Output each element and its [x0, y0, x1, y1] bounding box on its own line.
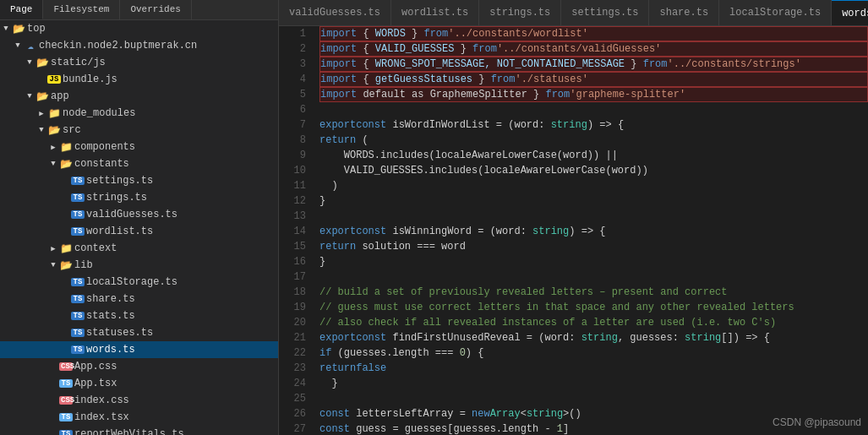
- tab-label: localStorage.ts: [729, 7, 821, 19]
- tree-item-label: statuses.ts: [85, 327, 153, 339]
- tree-file-icon: 📂: [47, 124, 61, 137]
- code-area[interactable]: import { WORDS } from '../constants/word…: [313, 26, 868, 435]
- tree-arrow-icon: ▼: [47, 160, 59, 168]
- tab-label: validGuesses.ts: [289, 7, 380, 19]
- tree-item-lib[interactable]: ▼📂lib: [0, 257, 278, 274]
- tree-file-icon: TS: [71, 329, 85, 337]
- tree-item-constants[interactable]: ▼📂constants: [0, 155, 278, 172]
- tree-arrow-icon: ▼: [35, 126, 47, 134]
- tree-item-settings-ts[interactable]: TSsettings.ts: [0, 172, 278, 189]
- tree-file-icon: TS: [59, 430, 73, 435]
- tab-label: wordlist.ts: [401, 7, 468, 19]
- code-line: return (: [319, 133, 868, 148]
- code-line: [319, 209, 868, 224]
- tab-overrides[interactable]: Overrides: [120, 0, 191, 19]
- tab-label: share.ts: [659, 7, 708, 19]
- editor-body: 1234567891011121314151617181920212223242…: [279, 26, 868, 435]
- tree-item-label: checkin.node2.buptmerak.cn: [37, 40, 197, 52]
- tree-item-bundle-js[interactable]: JSbundle.js: [0, 71, 278, 88]
- line-number: 22: [279, 345, 306, 361]
- tree-item-label: bundle.js: [61, 73, 117, 85]
- code-line: // guess must use correct letters in tha…: [319, 300, 868, 315]
- code-line: import { getGuessStatuses } from './stat…: [319, 72, 868, 87]
- tree-item-label: words.ts: [85, 344, 135, 356]
- code-line: // also check if all revealed instances …: [319, 315, 868, 330]
- line-number: 25: [279, 391, 306, 406]
- line-number: 18: [279, 285, 306, 300]
- tree-item-label: top: [25, 23, 46, 35]
- tree-item-words-ts[interactable]: TSwords.ts: [0, 341, 278, 358]
- code-line: [319, 269, 868, 285]
- editor-tab-share-ts[interactable]: share.ts: [649, 0, 719, 25]
- line-number: 15: [279, 239, 306, 254]
- line-number: 5: [279, 87, 306, 102]
- code-line: VALID_GUESSES.includes(localeAwareLowerC…: [319, 163, 868, 178]
- tree-item-top[interactable]: ▼📂top: [0, 20, 278, 37]
- editor-tab-validGuesses-ts[interactable]: validGuesses.ts: [279, 0, 391, 25]
- tab-filesystem[interactable]: Filesystem: [43, 0, 120, 19]
- tree-item-App-css[interactable]: CSSApp.css: [0, 358, 278, 375]
- tree-item-share-ts[interactable]: TSshare.ts: [0, 291, 278, 307]
- tree-item-stats-ts[interactable]: TSstats.ts: [0, 307, 278, 324]
- editor-tab-settings-ts[interactable]: settings.ts: [561, 0, 649, 25]
- tree-file-icon: TS: [71, 295, 85, 303]
- tree-item-validGuesses-ts[interactable]: TSvalidGuesses.ts: [0, 206, 278, 223]
- code-line: export const isWordInWordList = (word: s…: [319, 117, 868, 133]
- editor-tab-words-ts[interactable]: words.ts×: [832, 0, 868, 25]
- tree-item-App-tsx[interactable]: TSApp.tsx: [0, 375, 278, 392]
- line-number: 8: [279, 133, 306, 148]
- tree-item-label: constants: [73, 158, 129, 170]
- tree-item-app[interactable]: ▼📂app: [0, 88, 278, 105]
- editor-tab-localStorage-ts[interactable]: localStorage.ts: [719, 0, 832, 25]
- tree-item-static-js[interactable]: ▼📂static/js: [0, 54, 278, 71]
- tree-item-src[interactable]: ▼📂src: [0, 122, 278, 139]
- tree-item-wordlist-ts[interactable]: TSwordlist.ts: [0, 223, 278, 240]
- line-number: 3: [279, 57, 306, 72]
- code-line: import default as GraphemeSplitter } fro…: [319, 87, 868, 102]
- line-number: 2: [279, 41, 306, 57]
- line-number: 24: [279, 376, 306, 391]
- tree-item-label: settings.ts: [85, 175, 153, 187]
- code-line: [319, 102, 868, 117]
- tab-label: strings.ts: [489, 7, 550, 19]
- line-number: 17: [279, 269, 306, 285]
- editor-tabs: validGuesses.tswordlist.tsstrings.tssett…: [279, 0, 868, 26]
- tree-item-statuses-ts[interactable]: TSstatuses.ts: [0, 324, 278, 341]
- tree-item-index-css[interactable]: CSSindex.css: [0, 392, 278, 409]
- code-line: }: [319, 254, 868, 269]
- tree-item-label: App.tsx: [73, 378, 117, 389]
- code-line: WORDS.includes(localeAwareLowerCase(word…: [319, 148, 868, 163]
- tree-item-label: node_modules: [61, 107, 135, 119]
- line-number: 1: [279, 26, 306, 41]
- sidebar-tabs: Page Filesystem Overrides: [0, 0, 278, 20]
- editor-tab-strings-ts[interactable]: strings.ts: [479, 0, 561, 25]
- code-line: return solution === word: [319, 239, 868, 254]
- tree-file-icon: 📁: [47, 107, 61, 120]
- code-line: return false: [319, 361, 868, 376]
- tree-item-label: app: [49, 90, 69, 102]
- tab-page[interactable]: Page: [0, 0, 43, 19]
- tree-file-icon: CSS: [59, 362, 73, 371]
- code-line: }: [319, 376, 868, 391]
- tree-item-label: validGuesses.ts: [85, 209, 177, 220]
- code-line: [319, 391, 868, 406]
- line-number: 12: [279, 193, 306, 209]
- code-line: export const findFirstUnusedReveal = (wo…: [319, 330, 868, 345]
- code-line: import { VALID_GUESSES } from '../consta…: [319, 41, 868, 57]
- tree-item-label: static/js: [49, 57, 106, 68]
- tree-item-localStorage-ts[interactable]: TSlocalStorage.ts: [0, 274, 278, 291]
- tree-arrow-icon: ▼: [0, 24, 12, 33]
- tree-item-label: lib: [73, 259, 93, 271]
- tree-item-node_modules[interactable]: ▶📁node_modules: [0, 105, 278, 122]
- editor-tab-wordlist-ts[interactable]: wordlist.ts: [391, 0, 479, 25]
- tree-item-checkin[interactable]: ▼☁checkin.node2.buptmerak.cn: [0, 37, 278, 54]
- tree-item-reportWebVitals-ts[interactable]: TSreportWebVitals.ts: [0, 426, 278, 435]
- line-number: 26: [279, 406, 306, 421]
- tree-file-icon: 📂: [12, 23, 25, 35]
- tree-item-index-tsx[interactable]: TSindex.tsx: [0, 409, 278, 426]
- tree-item-strings-ts[interactable]: TSstrings.ts: [0, 189, 278, 206]
- tree-arrow-icon: ▶: [47, 143, 59, 152]
- tree-item-components[interactable]: ▶📁components: [0, 139, 278, 155]
- tree-item-context[interactable]: ▶📁context: [0, 240, 278, 257]
- tree-file-icon: TS: [71, 227, 85, 236]
